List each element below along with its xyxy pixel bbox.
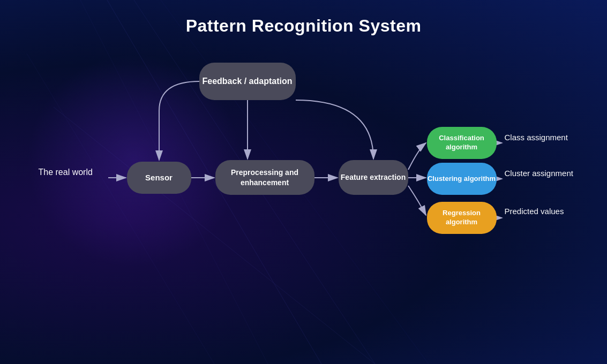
regression-node: Regression algorithm: [427, 202, 497, 234]
page-title: Pattern Recognition System: [186, 16, 422, 36]
class-assignment-label: Class assignment: [505, 132, 568, 143]
predicted-values-label: Predicted values: [505, 206, 564, 217]
cluster-assignment-label: Cluster assignment: [505, 168, 573, 179]
main-content: Pattern Recognition System: [0, 0, 607, 364]
classification-node: Classification algorithm: [427, 127, 497, 159]
feature-extraction-node: Feature extraction: [339, 160, 408, 195]
clustering-node: Clustering algorithm: [427, 163, 497, 195]
preprocessing-node: Preprocessing and enhancement: [215, 160, 314, 195]
real-world-label: The real world: [39, 167, 93, 178]
feedback-node: Feedback / adaptation: [199, 63, 296, 100]
sensor-node: Sensor: [127, 162, 191, 194]
diagram-container: Feedback / adaptation The real world Sen…: [23, 57, 585, 320]
